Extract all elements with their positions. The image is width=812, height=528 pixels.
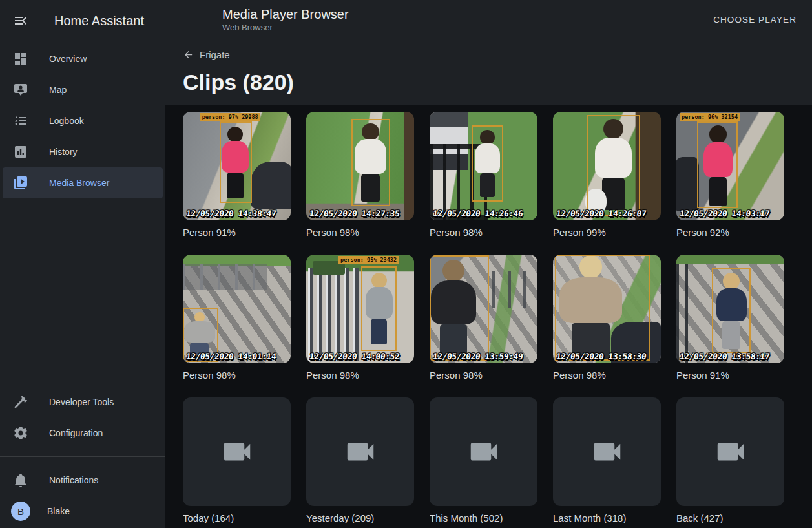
sidebar-item-history[interactable]: History (3, 136, 163, 167)
page-toolbar-subtitle: Web Browser (222, 23, 349, 32)
folder-label: Yesterday (209) (306, 512, 414, 524)
sidebar-item-media-browser[interactable]: Media Browser (3, 167, 163, 198)
sidebar-item-label: Overview (49, 54, 87, 64)
media-folder[interactable]: Back (427) (676, 397, 784, 524)
detection-bounding-box (712, 268, 751, 353)
sidebar-item-developer-tools[interactable]: Developer Tools (3, 386, 163, 417)
media-clip[interactable]: person: 97% 29988 12/05/2020 14:38:47 Pe… (183, 112, 291, 238)
clip-thumbnail: 12/05/2020 14:01:14 (183, 255, 291, 363)
clip-label: Person 99% (553, 227, 661, 238)
media-folder[interactable]: Last Month (318) (553, 397, 661, 524)
clip-label: Person 98% (553, 370, 661, 381)
breadcrumb-label: Frigate (200, 49, 230, 60)
toolbar-title-block: Media Player Browser Web Browser (222, 6, 349, 32)
media-folder[interactable]: Yesterday (209) (306, 397, 414, 524)
clip-label: Person 92% (676, 227, 784, 238)
folder-thumbnail (183, 397, 291, 506)
media-clip[interactable]: person: 96% 32154 12/05/2020 14:03:17 Pe… (676, 112, 784, 238)
video-camera-icon (466, 434, 501, 469)
sidebar-item-notifications[interactable]: Notifications (3, 465, 163, 496)
hammer-icon (13, 394, 28, 410)
clip-timestamp-overlay: 12/05/2020 14:03:17 (679, 209, 770, 218)
scene-prop (676, 255, 784, 264)
sidebar-item-label: Developer Tools (49, 397, 114, 407)
clip-timestamp-overlay: 12/05/2020 14:00:52 (309, 352, 400, 361)
clip-timestamp-overlay: 12/05/2020 13:58:30 (556, 352, 647, 361)
detection-score-chip: person: 95% 23432 (338, 256, 399, 264)
folder-thumbnail (306, 397, 414, 506)
gear-icon (13, 425, 28, 441)
play-box-multiple-icon (13, 175, 28, 191)
detection-bounding-box (697, 121, 738, 208)
media-clip[interactable]: 12/05/2020 13:58:17 Person 91% (676, 255, 784, 381)
choose-player-button[interactable]: CHOOSE PLAYER (705, 10, 804, 30)
sidebar-item-label: History (49, 147, 78, 157)
scene-prop (308, 268, 362, 361)
clip-thumbnail: 12/05/2020 13:58:17 (676, 255, 784, 363)
clip-label: Person 98% (306, 370, 414, 381)
scene-prop (676, 157, 699, 211)
video-camera-icon (590, 434, 625, 469)
sidebar-item-logbook[interactable]: Logbook (3, 105, 163, 136)
media-clip[interactable]: 12/05/2020 14:26:07 Person 99% (553, 112, 661, 238)
media-folder[interactable]: This Month (502) (430, 397, 537, 524)
sidebar-bottom: Developer Tools Configuration Notificati… (0, 386, 165, 528)
detection-bounding-box (587, 115, 641, 216)
clip-label: Person 98% (306, 227, 414, 238)
sidebar-item-overview[interactable]: Overview (3, 43, 163, 74)
detection-bounding-box (351, 119, 390, 206)
clip-label: Person 98% (430, 370, 537, 381)
media-clip[interactable]: 12/05/2020 14:01:14 Person 98% (183, 255, 291, 381)
media-folder[interactable]: Today (164) (183, 397, 291, 524)
detection-bounding-box (430, 255, 489, 361)
media-clip[interactable]: 12/05/2020 13:59:49 Person 98% (430, 255, 537, 381)
media-clip[interactable]: 12/05/2020 14:27:35 Person 98% (306, 112, 414, 238)
folder-label: Today (164) (183, 512, 291, 524)
sidebar-divider (0, 456, 165, 457)
folder-label: This Month (502) (430, 512, 537, 524)
clip-timestamp-overlay: 12/05/2020 14:26:46 (432, 209, 523, 218)
sidebar-item-configuration[interactable]: Configuration (3, 417, 163, 449)
sidebar-item-profile[interactable]: B Blake (3, 496, 163, 527)
page-toolbar-title: Media Player Browser (222, 6, 349, 22)
content-area: person: 97% 29988 12/05/2020 14:38:47 Pe… (165, 105, 812, 528)
bell-icon (13, 472, 28, 488)
clip-timestamp-overlay: 12/05/2020 14:38:47 (185, 209, 276, 218)
sidebar-item-map[interactable]: Map (3, 74, 163, 105)
detection-bounding-box (220, 121, 252, 203)
folder-thumbnail (430, 397, 537, 506)
list-icon (13, 113, 28, 129)
detection-bounding-box (555, 255, 650, 361)
detection-score-chip: person: 97% 29988 (200, 113, 260, 121)
chart-box-icon (13, 144, 28, 160)
page-header: Frigate Clips (820) (165, 39, 812, 105)
clip-timestamp-overlay: 12/05/2020 13:58:17 (679, 352, 770, 361)
clip-label: Person 91% (676, 370, 784, 381)
media-clip[interactable]: 12/05/2020 14:26:46 Person 98% (430, 112, 537, 238)
sidebar-item-label: Blake (47, 506, 70, 516)
clip-label: Person 98% (430, 227, 537, 238)
folder-label: Back (427) (676, 512, 784, 524)
clip-label: Person 98% (183, 370, 291, 381)
sidebar-toggle-button[interactable] (13, 13, 28, 28)
clip-label: Person 91% (183, 227, 291, 238)
detection-bounding-box (472, 125, 503, 202)
sidebar-item-label: Configuration (49, 428, 103, 438)
video-camera-icon (713, 434, 748, 469)
view-dashboard-icon (13, 51, 28, 67)
detection-score-chip: person: 96% 32154 (680, 113, 740, 121)
video-camera-icon (343, 434, 378, 469)
media-clip[interactable]: person: 95% 23432 12/05/2020 14:00:52 Pe… (306, 255, 414, 381)
detection-bounding-box (361, 266, 397, 351)
folder-thumbnail (553, 397, 661, 506)
clip-thumbnail: 12/05/2020 13:58:30 (553, 255, 661, 363)
media-clip[interactable]: 12/05/2020 13:58:30 Person 98% (553, 255, 661, 381)
clip-timestamp-overlay: 12/05/2020 14:26:07 (556, 209, 647, 218)
app-toolbar: Media Player Browser Web Browser CHOOSE … (165, 0, 812, 39)
scene-prop (251, 162, 291, 209)
clip-thumbnail: person: 96% 32154 12/05/2020 14:03:17 (676, 112, 784, 220)
account-tooltip-icon (13, 82, 28, 98)
breadcrumb[interactable]: Frigate (183, 48, 230, 61)
sidebar-item-label: Map (49, 85, 67, 95)
scene-prop (183, 264, 267, 290)
